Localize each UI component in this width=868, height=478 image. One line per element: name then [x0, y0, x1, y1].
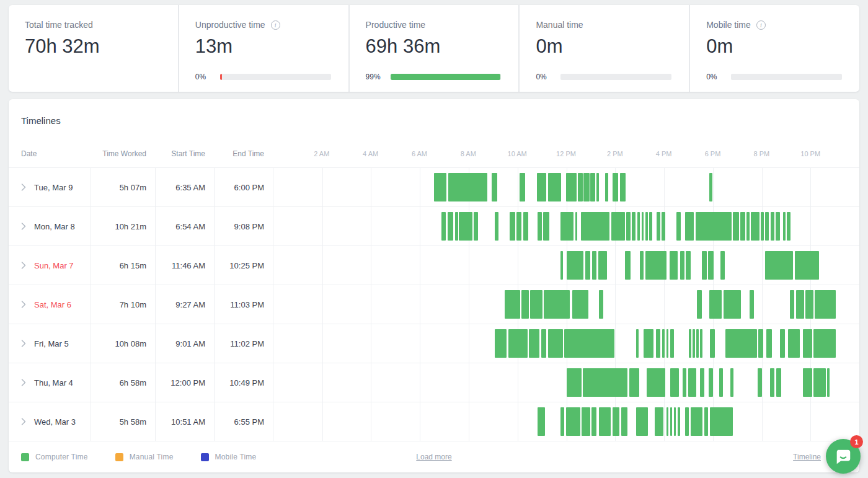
timeline-report-link[interactable]: Timeline	[793, 453, 821, 461]
tracked-time-segment[interactable]	[761, 212, 764, 241]
tracked-time-segment[interactable]	[685, 407, 689, 436]
timeline-track[interactable]	[273, 324, 859, 363]
tracked-time-segment[interactable]	[805, 290, 813, 319]
tracked-time-segment[interactable]	[645, 251, 666, 280]
chevron-right-icon[interactable]	[21, 418, 26, 425]
tracked-time-segment[interactable]	[583, 368, 627, 397]
tracked-time-segment[interactable]	[632, 212, 636, 241]
tracked-time-segment[interactable]	[685, 212, 694, 241]
date-cell[interactable]: Sun, Mar 7	[9, 246, 91, 285]
tracked-time-segment[interactable]	[710, 407, 733, 436]
tracked-time-segment[interactable]	[626, 212, 631, 241]
tracked-time-segment[interactable]	[585, 251, 590, 280]
tracked-time-segment[interactable]	[770, 368, 774, 397]
tracked-time-segment[interactable]	[750, 290, 754, 319]
tracked-time-segment[interactable]	[575, 212, 577, 241]
tracked-time-segment[interactable]	[521, 290, 528, 319]
tracked-time-segment[interactable]	[783, 212, 786, 241]
tracked-time-segment[interactable]	[700, 329, 702, 358]
tracked-time-segment[interactable]	[567, 368, 582, 397]
chevron-right-icon[interactable]	[21, 379, 26, 386]
tracked-time-segment[interactable]	[474, 212, 478, 241]
tracked-time-segment[interactable]	[709, 368, 712, 397]
chevron-right-icon[interactable]	[21, 184, 26, 191]
tracked-time-segment[interactable]	[523, 212, 528, 241]
date-cell[interactable]: Fri, Mar 5	[9, 324, 91, 363]
date-cell[interactable]: Thu, Mar 4	[9, 363, 91, 402]
tracked-time-segment[interactable]	[629, 368, 640, 397]
tracked-time-segment[interactable]	[605, 173, 608, 201]
tracked-time-segment[interactable]	[787, 212, 790, 241]
tracked-time-segment[interactable]	[710, 329, 715, 358]
tracked-time-segment[interactable]	[649, 212, 652, 241]
timeline-track[interactable]	[273, 402, 859, 441]
tracked-time-segment[interactable]	[560, 212, 574, 241]
tracked-time-segment[interactable]	[813, 368, 826, 397]
tracked-time-segment[interactable]	[538, 407, 545, 436]
tracked-time-segment[interactable]	[495, 212, 498, 241]
tracked-time-segment[interactable]	[670, 251, 678, 280]
date-cell[interactable]: Wed, Mar 3	[9, 402, 91, 441]
tracked-time-segment[interactable]	[765, 251, 792, 280]
tracked-time-segment[interactable]	[657, 212, 660, 241]
tracked-time-segment[interactable]	[611, 212, 625, 241]
tracked-time-segment[interactable]	[766, 329, 772, 358]
tracked-time-segment[interactable]	[516, 212, 522, 241]
tracked-time-segment[interactable]	[724, 290, 741, 319]
tracked-time-segment[interactable]	[691, 407, 703, 436]
tracked-time-segment[interactable]	[578, 173, 583, 201]
date-cell[interactable]: Mon, Mar 8	[9, 207, 91, 246]
tracked-time-segment[interactable]	[708, 251, 714, 280]
tracked-time-segment[interactable]	[613, 407, 619, 436]
tracked-time-segment[interactable]	[640, 251, 644, 280]
tracked-time-segment[interactable]	[686, 251, 690, 280]
tracked-time-segment[interactable]	[591, 407, 597, 436]
timeline-track[interactable]	[273, 363, 859, 402]
tracked-time-segment[interactable]	[647, 368, 666, 397]
tracked-time-segment[interactable]	[815, 290, 836, 319]
tracked-time-segment[interactable]	[459, 212, 472, 241]
tracked-time-segment[interactable]	[680, 251, 684, 280]
tracked-time-segment[interactable]	[560, 407, 565, 436]
tracked-time-segment[interactable]	[645, 212, 648, 241]
tracked-time-segment[interactable]	[688, 368, 696, 397]
tracked-time-segment[interactable]	[434, 173, 446, 201]
tracked-time-segment[interactable]	[662, 212, 665, 241]
tracked-time-segment[interactable]	[495, 329, 507, 358]
tracked-time-segment[interactable]	[656, 329, 660, 358]
tracked-time-segment[interactable]	[599, 407, 611, 436]
tracked-time-segment[interactable]	[696, 212, 732, 241]
tracked-time-segment[interactable]	[758, 329, 763, 358]
tracked-time-segment[interactable]	[796, 290, 804, 319]
tracked-time-segment[interactable]	[592, 251, 596, 280]
tracked-time-segment[interactable]	[621, 407, 627, 436]
tracked-time-segment[interactable]	[771, 212, 774, 241]
tracked-time-segment[interactable]	[644, 329, 653, 358]
tracked-time-segment[interactable]	[696, 329, 699, 358]
tracked-time-segment[interactable]	[564, 329, 614, 358]
tracked-time-segment[interactable]	[689, 329, 691, 358]
tracked-time-segment[interactable]	[720, 251, 725, 280]
timeline-track[interactable]	[273, 246, 859, 285]
tracked-time-segment[interactable]	[625, 251, 631, 280]
tracked-time-segment[interactable]	[709, 290, 722, 319]
tracked-time-segment[interactable]	[572, 290, 588, 319]
tracked-time-segment[interactable]	[538, 212, 542, 241]
tracked-time-segment[interactable]	[544, 290, 570, 319]
timeline-track[interactable]	[273, 285, 859, 324]
tracked-time-segment[interactable]	[758, 368, 762, 397]
tracked-time-segment[interactable]	[670, 368, 679, 397]
tracked-time-segment[interactable]	[529, 329, 539, 358]
tracked-time-segment[interactable]	[700, 368, 704, 397]
tracked-time-segment[interactable]	[537, 173, 546, 201]
tracked-time-segment[interactable]	[637, 212, 640, 241]
load-more-link[interactable]: Load more	[416, 453, 451, 461]
tracked-time-segment[interactable]	[583, 173, 589, 201]
tracked-time-segment[interactable]	[733, 212, 738, 241]
tracked-time-segment[interactable]	[455, 212, 458, 241]
tracked-time-segment[interactable]	[776, 212, 780, 241]
chevron-right-icon[interactable]	[21, 262, 26, 269]
tracked-time-segment[interactable]	[541, 329, 547, 358]
tracked-time-segment[interactable]	[776, 368, 781, 397]
tracked-time-segment[interactable]	[620, 173, 626, 201]
